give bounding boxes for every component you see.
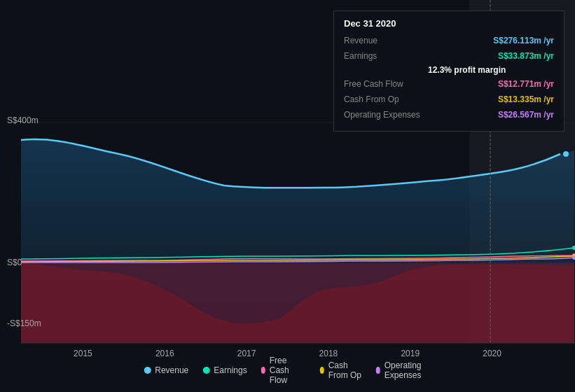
tooltip-value-fcf: S$12.771m /yr [498,78,554,90]
x-label-2020: 2020 [483,349,501,358]
legend-label-earnings: Earnings [214,365,247,375]
tooltip-title: Dec 31 2020 [344,18,554,29]
legend-dot-earnings [202,367,209,374]
legend-dot-cashfromop [320,367,324,374]
svg-point-4 [563,151,569,157]
x-label-2015: 2015 [74,349,92,358]
legend-fcf[interactable]: Free Cash Flow [261,356,306,385]
legend-revenue[interactable]: Revenue [144,365,188,375]
legend-label-fcf: Free Cash Flow [270,356,306,385]
y-label-mid: S$0 [7,258,22,267]
chart-container: S$400m S$0 -S$150m 2015 2016 2017 2018 2… [0,0,575,392]
y-label-top: S$400m [7,115,39,125]
tooltip-profit-margin: 12.3% profit margin [344,65,554,75]
tooltip-value-revenue: S$276.113m /yr [493,34,554,47]
tooltip-label-fcf: Free Cash Flow [344,78,428,90]
legend-dot-revenue [144,367,151,374]
legend-label-revenue: Revenue [155,365,188,375]
tooltip-value-opex: S$26.567m /yr [498,108,554,121]
tooltip-label-earnings: Earnings [344,50,428,62]
tooltip-box: Dec 31 2020 Revenue S$276.113m /yr Earni… [333,10,564,132]
legend-label-opex: Operating Expenses [385,360,431,380]
tooltip-row-opex: Operating Expenses S$26.567m /yr [344,108,554,121]
y-label-bottom: -S$150m [7,318,41,328]
tooltip-row-revenue: Revenue S$276.113m /yr [344,34,554,47]
legend-label-cashfromop: Cash From Op [328,360,362,380]
tooltip-row-fcf: Free Cash Flow S$12.771m /yr [344,78,554,90]
legend-earnings[interactable]: Earnings [202,365,247,375]
tooltip-row-cashfromop: Cash From Op S$13.335m /yr [344,93,554,106]
tooltip-value-earnings: S$33.873m /yr [498,50,554,62]
legend-dot-opex [376,367,380,374]
tooltip-label-revenue: Revenue [344,34,428,47]
legend-dot-fcf [261,367,265,374]
legend-opex[interactable]: Operating Expenses [376,360,431,380]
tooltip-row-earnings: Earnings S$33.873m /yr [344,50,554,62]
legend-cashfromop[interactable]: Cash From Op [320,360,362,380]
tooltip-label-opex: Operating Expenses [344,108,428,121]
tooltip-value-cashfromop: S$13.335m /yr [498,93,554,106]
tooltip-label-cashfromop: Cash From Op [344,93,428,106]
chart-legend: Revenue Earnings Free Cash Flow Cash Fro… [144,356,431,385]
